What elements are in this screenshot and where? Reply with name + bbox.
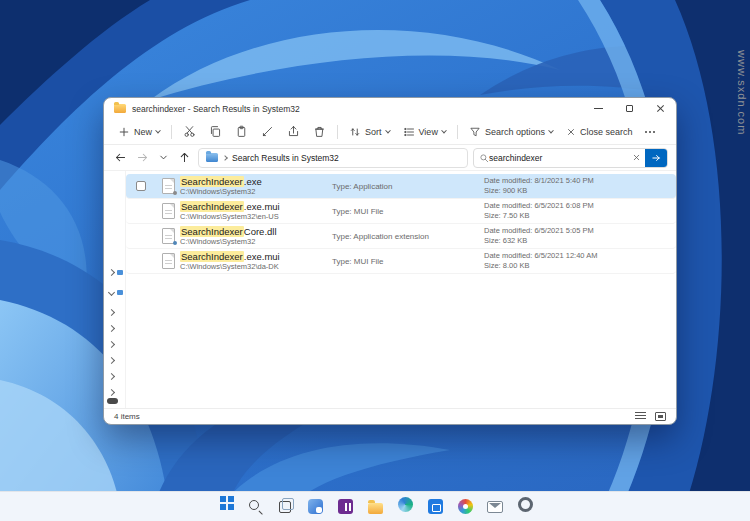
copy-icon — [209, 125, 222, 138]
search-options-button[interactable]: Search options — [463, 123, 559, 141]
taskbar-icon-onenote[interactable] — [334, 495, 357, 518]
cut-button[interactable] — [177, 122, 202, 141]
tree-expander-icon[interactable] — [108, 309, 115, 316]
new-button[interactable]: New — [112, 123, 166, 141]
taskbar-icon-task-view[interactable] — [274, 495, 297, 518]
file-icon — [162, 203, 175, 219]
search-input[interactable] — [489, 153, 628, 163]
file-type: Type: Application — [332, 182, 484, 191]
file-size: Size: 632 KB — [484, 236, 676, 246]
file-icon — [162, 253, 175, 269]
tree-expander-icon[interactable] — [108, 289, 115, 296]
minimize-button[interactable] — [583, 98, 614, 119]
tree-expander-icon[interactable] — [108, 357, 115, 364]
tree-item-icon — [117, 290, 123, 295]
address-bar: Search Results in System32 — [104, 145, 676, 171]
tree-expander-icon[interactable] — [108, 325, 115, 332]
watermark: www.sxdn.com — [736, 50, 748, 135]
explorer-window: searchindexer - Search Results in System… — [103, 97, 677, 425]
status-bar: 4 items — [104, 408, 676, 424]
tree-expander-icon[interactable] — [108, 373, 115, 380]
more-options-button[interactable] — [639, 128, 661, 136]
toolbar-separator — [457, 125, 458, 139]
forward-button[interactable] — [134, 149, 151, 166]
plus-icon — [118, 126, 130, 138]
recent-locations-button[interactable] — [156, 150, 171, 165]
window-body: SearchIndexer.exe C:\Windows\System32 Ty… — [104, 171, 676, 408]
file-date-modified: Date modified: 6/5/2021 12:40 AM — [484, 251, 676, 261]
scrollbar-thumb[interactable] — [107, 398, 118, 404]
search-options-label: Search options — [485, 127, 545, 137]
large-icons-view-icon[interactable] — [655, 412, 666, 421]
chevron-down-icon — [158, 152, 169, 163]
taskbar-icon-start[interactable] — [214, 495, 237, 518]
maximize-button[interactable] — [614, 98, 645, 119]
tree-expander-icon[interactable] — [108, 269, 115, 276]
tree-expander-icon[interactable] — [108, 341, 115, 348]
taskbar-icon-mail[interactable] — [484, 495, 507, 518]
share-button[interactable] — [281, 122, 306, 141]
tree-expander-icon[interactable] — [108, 389, 115, 396]
clear-icon — [632, 153, 641, 162]
file-path: C:\Windows\System32\en-US — [180, 212, 332, 221]
taskbar-icon-widgets[interactable] — [304, 495, 327, 518]
chevron-down-icon — [548, 127, 554, 133]
ellipsis-icon — [645, 131, 655, 133]
file-icon — [162, 228, 175, 244]
close-search-icon — [566, 127, 576, 137]
rename-button[interactable] — [255, 122, 280, 141]
delete-button[interactable] — [307, 122, 332, 141]
back-button[interactable] — [112, 149, 129, 166]
view-icon — [403, 126, 415, 138]
taskbar-icon-photos[interactable] — [454, 495, 477, 518]
file-type: Type: MUI File — [332, 207, 484, 216]
item-count: 4 items — [114, 412, 140, 421]
breadcrumb[interactable]: Search Results in System32 — [198, 148, 468, 168]
toolbar: New Sort — [104, 119, 676, 145]
chevron-down-icon — [385, 127, 391, 133]
taskbar-icon-search[interactable] — [244, 495, 267, 518]
up-button[interactable] — [176, 149, 193, 166]
paste-button[interactable] — [229, 122, 254, 141]
search-go-button[interactable] — [645, 149, 667, 167]
search-box — [473, 148, 668, 168]
breadcrumb-text: Search Results in System32 — [232, 153, 339, 163]
rename-icon — [261, 125, 274, 138]
window-controls — [583, 98, 676, 119]
taskbar-icon-edge[interactable] — [394, 495, 417, 518]
taskbar-icons — [214, 495, 537, 518]
file-name-rest: Core.dll — [244, 226, 277, 237]
trash-icon — [313, 125, 326, 138]
paste-icon — [235, 125, 248, 138]
checkbox[interactable] — [136, 181, 146, 191]
file-path: C:\Windows\System32 — [180, 237, 332, 246]
taskbar-icon-store[interactable] — [424, 495, 447, 518]
titlebar[interactable]: searchindexer - Search Results in System… — [104, 98, 676, 119]
file-name-rest: .exe.mui — [244, 251, 280, 262]
share-icon — [287, 125, 300, 138]
taskbar — [0, 491, 750, 521]
file-row[interactable]: SearchIndexer.exe.mui C:\Windows\System3… — [126, 199, 676, 224]
view-button[interactable]: View — [397, 123, 452, 141]
file-row[interactable]: SearchIndexer.exe.mui C:\Windows\System3… — [126, 249, 676, 274]
file-size: Size: 7.50 KB — [484, 211, 676, 221]
arrow-right-icon — [651, 153, 661, 163]
taskbar-icon-file-explorer[interactable] — [364, 495, 387, 518]
tree-item-icon — [117, 270, 123, 275]
copy-button[interactable] — [203, 122, 228, 141]
details-view-icon[interactable] — [635, 412, 646, 421]
sort-button[interactable]: Sort — [343, 123, 396, 141]
close-search-label: Close search — [580, 127, 633, 137]
taskbar-icon-settings[interactable] — [514, 495, 537, 518]
close-button[interactable] — [645, 98, 676, 119]
file-date-modified: Date modified: 8/1/2021 5:40 PM — [484, 176, 676, 186]
search-icon — [479, 153, 489, 163]
toolbar-separator — [171, 125, 172, 139]
file-row[interactable]: SearchIndexer.exe C:\Windows\System32 Ty… — [126, 174, 676, 199]
navigation-pane — [104, 171, 126, 408]
gear-icon — [173, 191, 177, 195]
chevron-down-icon — [441, 127, 447, 133]
clear-search-button[interactable] — [628, 151, 645, 164]
close-search-button[interactable]: Close search — [560, 124, 639, 140]
file-row[interactable]: SearchIndexerCore.dll C:\Windows\System3… — [126, 224, 676, 249]
